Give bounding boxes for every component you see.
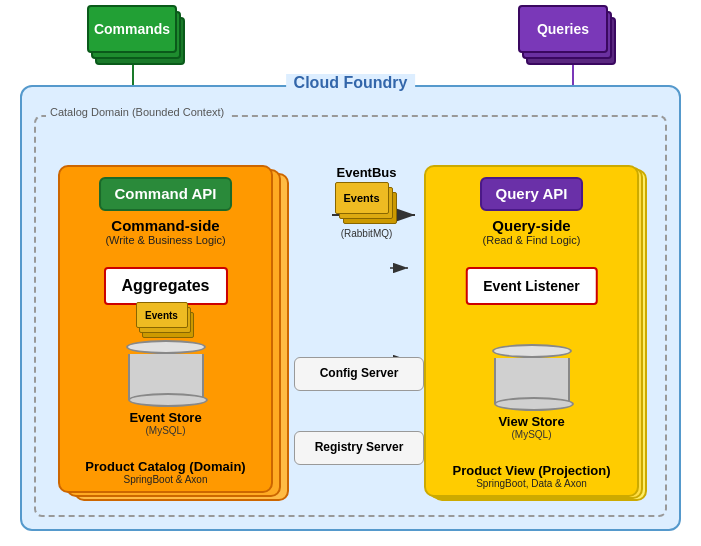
- aggregates-label: Aggregates: [121, 277, 209, 294]
- product-view-sub: SpringBoot, Data & Axon: [453, 478, 611, 489]
- event-store-sublabel: (MySQL): [126, 425, 206, 436]
- query-side-title: Query-side (Read & Find Logic): [483, 217, 581, 246]
- commands-stack: Commands: [85, 5, 185, 65]
- command-side-title-sub: (Write & Business Logic): [105, 234, 225, 246]
- product-catalog-sub: SpringBoot & Axon: [85, 474, 245, 485]
- queries-stack: Queries: [516, 5, 616, 65]
- cloud-foundry-label: Cloud Foundry: [286, 74, 416, 92]
- eventbus-section: EventBus Events (RabbitMQ): [284, 165, 449, 239]
- events-stack-label: Events: [136, 302, 188, 328]
- config-server-label: Config Server: [305, 366, 413, 382]
- config-server-box: Config Server: [294, 357, 424, 391]
- events-mid-label: Events: [335, 182, 389, 214]
- diagram-container: Commands Queries Cloud Foundry Catalog D…: [0, 0, 701, 546]
- product-catalog-main: Product Catalog (Domain): [85, 459, 245, 474]
- catalog-domain-label: Catalog Domain (Bounded Context): [46, 106, 228, 118]
- view-store: View Store (MySQL): [492, 344, 572, 440]
- command-side-title-main: Command-side: [105, 217, 225, 234]
- query-side-title-main: Query-side: [483, 217, 581, 234]
- event-store-label: Event Store: [126, 410, 206, 425]
- registry-server-box: Registry Server: [294, 431, 424, 465]
- command-side-title: Command-side (Write & Business Logic): [105, 217, 225, 246]
- product-view-label: Product View (Projection) SpringBoot, Da…: [453, 463, 611, 489]
- event-listener-label: Event Listener: [483, 278, 579, 294]
- registry-server-label: Registry Server: [305, 440, 413, 456]
- product-catalog-label: Product Catalog (Domain) SpringBoot & Ax…: [85, 459, 245, 485]
- command-api-label: Command API: [115, 185, 217, 202]
- view-store-label: View Store: [492, 414, 572, 429]
- cloud-foundry-box: Cloud Foundry Catalog Domain (Bounded Co…: [20, 85, 681, 531]
- commands-card-front: Commands: [87, 5, 177, 53]
- queries-box: Queries: [511, 5, 621, 69]
- command-api-header: Command API: [99, 177, 233, 211]
- queries-label: Queries: [537, 21, 589, 37]
- commands-box: Commands: [80, 5, 190, 69]
- catalog-domain-box: Catalog Domain (Bounded Context) Command…: [34, 115, 667, 517]
- query-api-header: Query API: [480, 177, 584, 211]
- aggregates-box: Aggregates: [103, 267, 227, 305]
- view-store-sublabel: (MySQL): [492, 429, 572, 440]
- event-listener-box: Event Listener: [465, 267, 597, 305]
- commands-label: Commands: [94, 21, 170, 37]
- query-side-box: Query API Query-side (Read & Find Logic)…: [424, 165, 639, 497]
- eventbus-label: EventBus: [284, 165, 449, 180]
- rabbitMQ-label: (RabbitMQ): [284, 228, 449, 239]
- query-side-title-sub: (Read & Find Logic): [483, 234, 581, 246]
- event-store: Events Event Store (MySQL): [126, 302, 206, 436]
- command-side-box: Command API Command-side (Write & Busine…: [58, 165, 273, 493]
- product-view-main: Product View (Projection): [453, 463, 611, 478]
- queries-card-front: Queries: [518, 5, 608, 53]
- query-api-label: Query API: [496, 185, 568, 202]
